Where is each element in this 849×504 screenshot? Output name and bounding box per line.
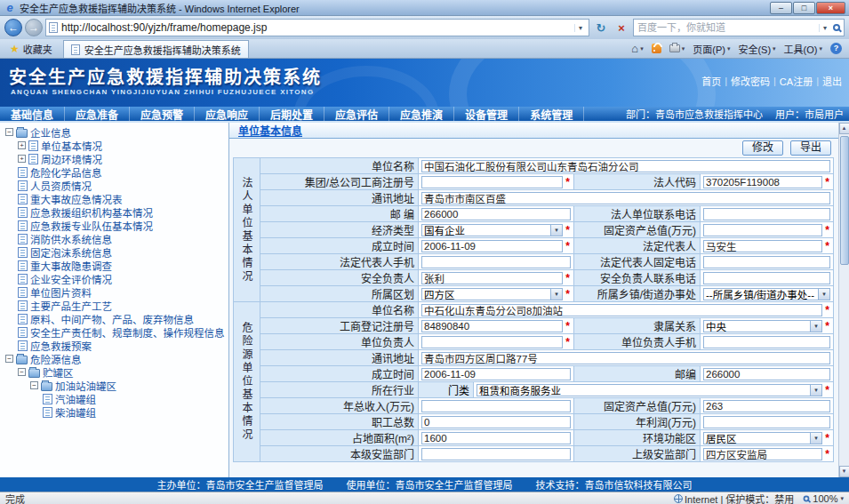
tree-item[interactable]: 消防供水系统信息 (2, 232, 228, 245)
print-button[interactable]: ▾ (669, 44, 685, 52)
tree-item[interactable]: 企业安全评价情况 (2, 272, 228, 285)
modify-button[interactable]: 修改 (742, 140, 783, 156)
url-input[interactable] (61, 21, 571, 34)
text-input[interactable] (421, 256, 571, 268)
home-button[interactable]: ⌂ ▾ (631, 44, 643, 54)
scroll-up-icon[interactable]: ▲ (839, 123, 849, 134)
back-button[interactable]: ← (4, 19, 22, 36)
expand-icon[interactable]: + (18, 141, 26, 149)
vertical-scrollbar[interactable]: ▲ ▼ (838, 123, 849, 477)
menu-item[interactable]: 应急推演 (389, 107, 454, 121)
security-menu[interactable]: 安全(S) ▾ (738, 42, 775, 56)
maximize-button[interactable]: □ (793, 2, 815, 14)
collapse-icon[interactable]: − (30, 381, 38, 389)
tree-item[interactable]: 汽油罐组 (2, 392, 228, 405)
tree-item[interactable]: 应急救援预案 (2, 339, 228, 352)
text-input[interactable] (421, 304, 822, 316)
select-input[interactable]: 国有企业▾ (421, 224, 563, 236)
page-menu[interactable]: 页面(P) ▾ (693, 42, 730, 56)
text-input[interactable] (703, 448, 822, 460)
text-input[interactable] (421, 352, 830, 364)
text-input[interactable] (421, 432, 571, 444)
text-input[interactable] (421, 400, 571, 412)
menu-item[interactable]: 应急评估 (324, 107, 389, 121)
feeds-icon[interactable] (652, 44, 661, 53)
text-input[interactable] (703, 240, 822, 252)
text-input[interactable] (421, 448, 571, 460)
text-input[interactable] (703, 272, 830, 284)
header-link[interactable]: 退出 (822, 74, 842, 88)
tree-item-label[interactable]: 主要产品生产工艺 (30, 299, 112, 312)
tree-item[interactable]: 原料、中间产物、产品、废弃物信息 (2, 312, 228, 325)
favorites-button[interactable]: ★ 收藏夹 (4, 41, 58, 57)
expand-icon[interactable]: + (18, 155, 26, 163)
chevron-down-icon[interactable]: ▾ (810, 385, 821, 396)
tree-item-label[interactable]: 柴油罐组 (55, 405, 96, 419)
tree-item-label[interactable]: 应急救援预案 (30, 339, 92, 352)
tree-item[interactable]: 柴油罐组 (2, 405, 228, 419)
select-input[interactable]: --所属乡镇/街道办事处--▾ (703, 288, 830, 300)
tree-item[interactable]: 重大事故应急情况表 (2, 192, 228, 205)
menu-item[interactable]: 设备管理 (454, 107, 519, 121)
tab-unit-basic-info[interactable]: 单位基本信息 (238, 123, 302, 138)
tools-menu[interactable]: 工具(O) ▾ (784, 42, 822, 56)
text-input[interactable] (703, 224, 822, 236)
text-input[interactable] (703, 400, 830, 412)
text-input[interactable] (421, 240, 563, 252)
text-input[interactable] (703, 416, 830, 428)
zoom-control[interactable]: 100% ▾ (803, 493, 844, 504)
tree-item[interactable]: −危险源信息 (2, 352, 228, 365)
forward-button[interactable]: → (25, 19, 43, 36)
search-input[interactable] (637, 22, 816, 33)
text-input[interactable] (703, 368, 830, 380)
tree-item[interactable]: 安全生产责任制、规章制度、操作规程信息 (2, 325, 228, 339)
menu-item[interactable]: 后期处置 (260, 107, 324, 121)
tree-item[interactable]: 主要产品生产工艺 (2, 299, 228, 312)
tree-item-label[interactable]: 重大事故隐患调查 (30, 259, 112, 272)
tree-item-label[interactable]: 应急救援专业队伍基本情况 (30, 219, 153, 232)
tree-item[interactable]: 重大事故隐患调查 (2, 259, 228, 272)
browser-tab[interactable]: 安全生产应急救援指挥辅助决策系统 (63, 40, 249, 58)
text-input[interactable] (421, 336, 563, 348)
select-input[interactable]: 四方区▾ (421, 288, 563, 300)
address-dropdown-icon[interactable]: ▾ (574, 24, 586, 32)
tree-item[interactable]: 应急救援专业队伍基本情况 (2, 219, 228, 232)
refresh-button[interactable]: ↻ (592, 19, 610, 36)
tree-item[interactable]: 人员资质情况 (2, 179, 228, 192)
tree-item-label[interactable]: 原料、中间产物、产品、废弃物信息 (30, 312, 194, 325)
help-button[interactable]: ? (830, 43, 842, 54)
minimize-button[interactable]: – (770, 2, 792, 14)
text-input[interactable] (703, 336, 830, 348)
text-input[interactable] (421, 320, 563, 332)
text-input[interactable] (421, 208, 571, 220)
menu-item[interactable]: 应急预警 (130, 107, 195, 121)
tree-item-label[interactable]: 消防供水系统信息 (30, 232, 112, 245)
text-input[interactable] (421, 416, 571, 428)
tree-item-label[interactable]: 汽油罐组 (55, 392, 96, 405)
select-input[interactable]: 租赁和商务服务业▾ (477, 384, 822, 396)
tree-item-label[interactable]: 重大事故应急情况表 (30, 192, 123, 205)
scroll-down-icon[interactable]: ▼ (839, 466, 849, 477)
tree-item-label[interactable]: 应急救援组织机构基本情况 (30, 205, 153, 219)
tree-item[interactable]: 单位图片资料 (2, 285, 228, 299)
collapse-icon[interactable]: − (5, 355, 13, 363)
close-button[interactable]: × (816, 2, 845, 14)
text-input[interactable] (703, 256, 830, 268)
menu-item[interactable]: 应急响应 (195, 107, 260, 121)
text-input[interactable] (703, 176, 822, 188)
tree-item[interactable]: −加油站油罐区 (2, 379, 228, 392)
chevron-down-icon[interactable]: ▾ (550, 289, 562, 300)
header-link[interactable]: 首页 (701, 74, 721, 88)
text-input[interactable] (421, 272, 563, 284)
tree-item-label[interactable]: 周边环境情况 (41, 152, 102, 165)
chevron-down-icon[interactable]: ▾ (810, 321, 821, 332)
tree-item[interactable]: +周边环境情况 (2, 152, 228, 165)
tree-item-label[interactable]: 单位基本情况 (41, 139, 102, 152)
chevron-down-icon[interactable]: ▾ (810, 433, 821, 444)
tree-item-label[interactable]: 贮罐区 (43, 365, 74, 379)
tree-item[interactable]: +单位基本情况 (2, 139, 228, 152)
text-input[interactable] (421, 160, 830, 172)
header-link[interactable]: CA注册 (780, 74, 813, 88)
tree-item-label[interactable]: 企业信息 (30, 125, 71, 139)
collapse-icon[interactable]: − (5, 128, 13, 136)
